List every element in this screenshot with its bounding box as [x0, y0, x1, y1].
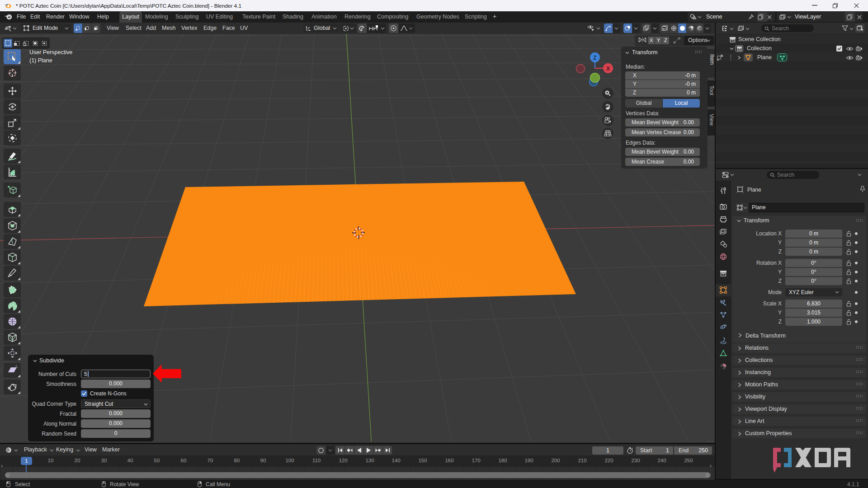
svg-text:X: X [606, 66, 610, 72]
svg-text:Z: Z [593, 55, 596, 61]
